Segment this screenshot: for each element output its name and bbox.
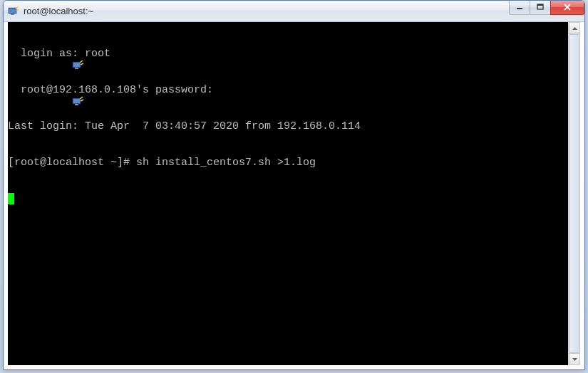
- scroll-track[interactable]: [569, 34, 580, 353]
- svg-rect-15: [75, 104, 78, 105]
- window-frame: root@localhost:~: [3, 0, 585, 370]
- titlebar[interactable]: root@localhost:~: [4, 1, 584, 22]
- svg-line-11: [80, 61, 83, 63]
- window-title: root@localhost:~: [24, 6, 584, 16]
- svg-line-16: [80, 97, 83, 99]
- svg-rect-9: [73, 63, 80, 67]
- putty-icon: [8, 48, 19, 59]
- terminal-cursor: [8, 193, 14, 204]
- maximize-button[interactable]: [530, 0, 551, 15]
- scroll-down-button[interactable]: [569, 353, 580, 365]
- svg-rect-5: [517, 8, 522, 9]
- terminal-line: login as: root: [8, 48, 568, 60]
- terminal[interactable]: login as: root root@192.168.0.108's pass…: [8, 22, 568, 365]
- scroll-thumb[interactable]: [569, 34, 580, 353]
- close-button[interactable]: [550, 0, 584, 15]
- svg-line-4: [16, 9, 19, 11]
- svg-rect-10: [75, 68, 78, 69]
- svg-rect-2: [11, 14, 14, 15]
- minimize-button[interactable]: [509, 0, 530, 15]
- terminal-line: [8, 193, 568, 205]
- terminal-line: root@192.168.0.108's password:: [8, 84, 568, 96]
- svg-rect-7: [537, 4, 543, 6]
- terminal-text: login as: root: [21, 48, 110, 60]
- svg-line-17: [81, 100, 83, 101]
- terminal-line: [root@localhost ~]# sh install_centos7.s…: [8, 157, 568, 169]
- window-controls: [510, 0, 584, 15]
- putty-icon: [8, 6, 19, 17]
- terminal-text: root@192.168.0.108's password:: [21, 84, 213, 96]
- putty-icon: [8, 84, 19, 95]
- terminal-line: Last login: Tue Apr 7 03:40:57 2020 from…: [8, 120, 568, 132]
- client-area: login as: root root@192.168.0.108's pass…: [8, 22, 580, 365]
- terminal-text: Last login: Tue Apr 7 03:40:57 2020 from…: [8, 120, 361, 132]
- scroll-up-button[interactable]: [569, 22, 580, 34]
- svg-rect-14: [73, 99, 80, 103]
- svg-line-12: [81, 63, 83, 65]
- scrollbar[interactable]: [568, 22, 580, 365]
- svg-line-3: [16, 6, 19, 9]
- terminal-text: [root@localhost ~]# sh install_centos7.s…: [8, 157, 316, 169]
- svg-rect-1: [9, 9, 16, 13]
